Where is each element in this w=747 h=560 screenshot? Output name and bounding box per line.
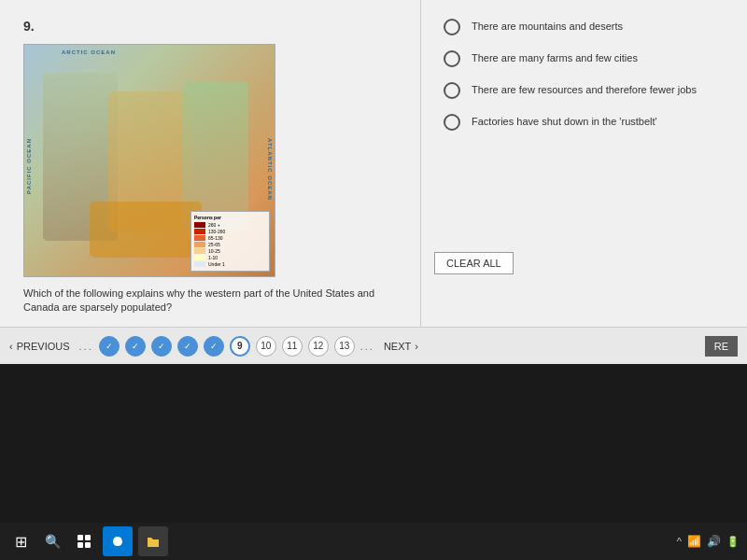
explorer-taskbar-icon[interactable] xyxy=(138,526,168,556)
chevron-up-icon[interactable]: ^ xyxy=(677,536,682,547)
answer-text-d: Factories have shut down in the 'rustbel… xyxy=(472,115,657,129)
nav-dots-left: ... xyxy=(79,341,93,352)
search-taskbar-button[interactable]: 🔍 xyxy=(39,528,65,554)
legend-row-6: 1-10 xyxy=(194,255,266,260)
legend-color-2 xyxy=(194,229,205,234)
answer-text-c: There are few resources and therefore fe… xyxy=(472,83,697,97)
prev-label: PREVIOUS xyxy=(17,341,70,352)
legend-color-5 xyxy=(194,248,205,254)
answer-text-a: There are mountains and deserts xyxy=(472,20,623,34)
legend-label-5: 10-25 xyxy=(208,248,220,254)
terrain-south xyxy=(90,202,202,258)
nav-page-7[interactable] xyxy=(177,336,198,357)
legend-row-1: 260 + xyxy=(194,222,266,228)
nav-page-4[interactable] xyxy=(99,336,120,357)
map-image: PACIFIC OCEAN ARCTIC OCEAN ATLANTIC OCEA… xyxy=(24,45,275,276)
radio-c[interactable] xyxy=(444,82,460,99)
taskbar-system-icons: ^ 📶 🔊 🔋 xyxy=(677,535,740,548)
answer-option-b[interactable]: There are many farms and few cities xyxy=(444,50,733,67)
legend-label-6: 1-10 xyxy=(208,255,218,260)
legend-row-5: 10-25 xyxy=(194,248,266,254)
question-text: Which of the following explains why the … xyxy=(23,287,397,315)
legend-row-4: 25-65 xyxy=(194,242,266,247)
nav-dots-right: ... xyxy=(360,341,374,352)
legend-label-4: 25-65 xyxy=(208,242,220,247)
answer-option-c[interactable]: There are few resources and therefore fe… xyxy=(444,82,733,99)
svg-rect-2 xyxy=(78,542,83,548)
legend-label-1: 260 + xyxy=(208,222,220,228)
nav-page-9[interactable]: 9 xyxy=(230,336,250,357)
nav-page-5[interactable] xyxy=(125,336,146,357)
start-button[interactable]: ⊞ xyxy=(7,528,34,554)
nav-page-8[interactable] xyxy=(204,336,224,357)
radio-d[interactable] xyxy=(444,114,460,131)
answer-text-b: There are many farms and few cities xyxy=(472,51,638,65)
atlantic-ocean-label: ATLANTIC OCEAN xyxy=(267,138,273,201)
quiz-container: 9. PACIFIC OCEAN ARCTIC OCEAN ATLANTIC O… xyxy=(0,0,747,355)
taskbar-right: ^ 📶 🔊 🔋 xyxy=(677,535,740,548)
arctic-ocean-label: ARCTIC OCEAN xyxy=(62,49,116,55)
task-view-button[interactable] xyxy=(71,528,97,554)
re-button[interactable]: RE xyxy=(705,336,738,357)
prev-button[interactable]: ‹ PREVIOUS xyxy=(9,341,70,352)
next-label: NEXT xyxy=(384,341,411,352)
legend-title: Persons per xyxy=(194,215,266,220)
edge-taskbar-icon[interactable] xyxy=(103,526,133,556)
legend-color-1 xyxy=(194,222,205,228)
legend-color-7 xyxy=(194,261,205,267)
network-icon[interactable]: 📶 xyxy=(687,535,701,548)
svg-rect-1 xyxy=(85,535,91,540)
map-container: PACIFIC OCEAN ARCTIC OCEAN ATLANTIC OCEA… xyxy=(23,44,275,277)
nav-page-10[interactable]: 10 xyxy=(256,336,276,357)
question-number: 9. xyxy=(23,19,35,34)
panel-divider xyxy=(420,0,421,355)
svg-rect-3 xyxy=(85,542,91,548)
nav-page-11[interactable]: 11 xyxy=(282,336,303,357)
legend-label-7: Under 1 xyxy=(208,261,225,267)
pacific-ocean-label: PACIFIC OCEAN xyxy=(26,138,32,194)
svg-rect-0 xyxy=(78,535,83,540)
legend-color-6 xyxy=(194,255,205,260)
taskbar: ⊞ 🔍 ^ 📶 🔊 🔋 xyxy=(0,523,747,560)
volume-icon[interactable]: 🔊 xyxy=(707,535,721,548)
legend-color-4 xyxy=(194,242,205,247)
legend-label-2: 130-260 xyxy=(208,229,225,234)
legend-row-7: Under 1 xyxy=(194,261,266,267)
legend-color-3 xyxy=(194,235,205,241)
navigation-bar: ‹ PREVIOUS ... 9 10 11 12 13 ... NEXT › … xyxy=(0,327,747,364)
radio-b[interactable] xyxy=(444,50,460,67)
left-panel: 9. PACIFIC OCEAN ARCTIC OCEAN ATLANTIC O… xyxy=(0,0,420,355)
nav-page-13[interactable]: 13 xyxy=(334,336,355,357)
nav-page-6[interactable] xyxy=(151,336,172,357)
battery-icon[interactable]: 🔋 xyxy=(726,536,740,548)
dark-area xyxy=(0,364,747,523)
clear-all-button[interactable]: CLEAR ALL xyxy=(434,252,514,274)
radio-a[interactable] xyxy=(444,19,460,35)
next-arrow-icon: › xyxy=(415,341,418,352)
legend-label-3: 65-130 xyxy=(208,235,223,241)
legend-row-3: 65-130 xyxy=(194,235,266,241)
map-legend: Persons per 260 + 130-260 65-130 xyxy=(190,211,270,272)
answer-option-d[interactable]: Factories have shut down in the 'rustbel… xyxy=(444,114,733,131)
legend-row-2: 130-260 xyxy=(194,229,266,234)
next-button[interactable]: NEXT › xyxy=(384,341,418,352)
prev-arrow-icon: ‹ xyxy=(9,341,13,352)
nav-page-12[interactable]: 12 xyxy=(308,336,329,357)
answer-option-a[interactable]: There are mountains and deserts xyxy=(444,19,733,35)
